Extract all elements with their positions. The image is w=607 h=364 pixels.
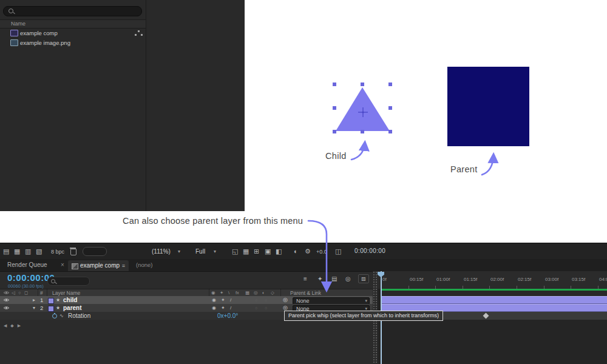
tab-label: example comp <box>80 260 120 272</box>
new-comp-icon[interactable]: ▧ <box>36 247 42 255</box>
panel-menu-icon[interactable]: ≡ <box>122 260 125 271</box>
layer-bar-child[interactable] <box>381 296 607 304</box>
tab-example-comp[interactable]: example comp ≡ <box>68 260 129 271</box>
time-ruler[interactable]: 0f 00:15f 01:00f 01:15f 02:00f 02:15f 03… <box>378 271 607 289</box>
snapshot-icon[interactable]: ◫ <box>335 247 341 255</box>
project-search-input[interactable] <box>3 6 142 16</box>
child-triangle-layer[interactable] <box>328 79 401 136</box>
image-file-icon <box>10 39 18 46</box>
motion-blur-switch[interactable]: ○ <box>255 296 257 304</box>
layer-number: 1 <box>40 296 43 304</box>
preview-none-label: (none) <box>136 259 152 271</box>
parent-label: Parent <box>450 164 478 174</box>
delete-icon[interactable] <box>70 249 76 255</box>
toggle-switches-button[interactable]: ▨ <box>358 274 369 283</box>
shy-switch[interactable]: ◉ <box>212 304 216 312</box>
selection-handle[interactable] <box>333 83 336 86</box>
annotation-text: Can also choose parent layer from this m… <box>123 216 303 226</box>
grid-guides-icon[interactable]: ⊞ <box>254 247 259 255</box>
selection-handle[interactable] <box>361 83 364 86</box>
project-item-label: example image.png <box>20 39 70 46</box>
label-color-swatch[interactable] <box>48 306 54 312</box>
selection-handle[interactable] <box>333 106 336 110</box>
selection-handle[interactable] <box>333 130 336 133</box>
search-icon <box>51 279 55 283</box>
selection-handle[interactable] <box>361 130 364 133</box>
shy-switch[interactable]: ◉ <box>212 296 216 304</box>
track-area-empty <box>378 320 607 364</box>
toolbar-meter <box>83 247 107 256</box>
frame-blend-icon[interactable]: ✦ <box>317 275 322 282</box>
threed-switch[interactable]: ○ <box>265 296 267 304</box>
shy-toggle-icon[interactable]: ≡ <box>304 275 307 282</box>
pick-whip-tooltip: Parent pick whip (select layer from whic… <box>284 311 443 321</box>
parent-dropdown[interactable]: None ▾ <box>293 297 370 305</box>
eye-icon[interactable] <box>3 306 10 310</box>
eye-icon[interactable] <box>3 298 10 302</box>
parent-dropdown-value: None <box>296 298 310 304</box>
quality-switch[interactable]: / <box>230 304 231 312</box>
transparency-grid-icon[interactable]: ▦ <box>243 247 249 255</box>
project-list-header: Name <box>0 19 146 29</box>
shape-layer-icon: ★ <box>56 304 60 312</box>
after-effects-window: Name example comp example image.png Chil… <box>0 0 607 364</box>
toolbar-timecode[interactable]: 0:00:00:00 <box>354 248 385 254</box>
collapse-switch[interactable]: ✦ <box>221 304 225 312</box>
resolution-select[interactable]: Full <box>195 248 205 255</box>
selection-handle[interactable] <box>388 106 392 110</box>
composition-icon <box>72 263 78 269</box>
motion-blur-icon[interactable]: ▤ <box>331 275 337 282</box>
ruler-label: 01:15f <box>464 277 477 282</box>
composition-icon <box>10 30 18 36</box>
stopwatch-icon[interactable] <box>52 314 57 318</box>
quality-switch[interactable]: / <box>230 296 231 304</box>
layer-name[interactable]: parent <box>63 304 82 312</box>
selection-handle[interactable] <box>388 83 392 86</box>
label-color-swatch[interactable] <box>48 298 54 304</box>
project-item-label: example comp <box>20 30 58 36</box>
expand-arrow-icon[interactable]: ▸ <box>33 296 35 304</box>
search-icon <box>8 8 13 13</box>
tab-render-queue[interactable]: Render Queue <box>7 259 47 271</box>
graph-editor-icon[interactable]: ◎ <box>345 275 351 282</box>
channels-icon[interactable]: ◐ <box>294 247 298 255</box>
close-icon[interactable]: × <box>61 259 64 271</box>
mask-visibility-icon[interactable]: ▣ <box>265 247 271 255</box>
parent-arrow <box>482 155 493 175</box>
workspace-icon[interactable]: ▤ <box>3 247 9 255</box>
motion-blur-switch[interactable]: ○ <box>255 304 257 312</box>
rotation-value[interactable]: 0x+0.0° <box>217 312 238 320</box>
timeline-search-input[interactable] <box>47 277 90 286</box>
magnification-select[interactable]: (111%) <box>152 248 171 255</box>
parent-square-layer[interactable] <box>447 67 529 146</box>
collapse-switch[interactable]: ✦ <box>221 296 225 304</box>
ruler-label: 01:00f <box>436 277 450 282</box>
lower-toolbar: ▤ ▦ ▥ ▧ 8 bpc (111%) ▾ Full ▾ ◱ ▦ ⊞ ▣ ◧ … <box>0 243 607 260</box>
ruler-label: 02:15f <box>518 277 531 282</box>
view-layout-icon[interactable]: ◧ <box>276 247 282 255</box>
folder-icon[interactable]: ▥ <box>25 247 31 255</box>
chevron-down-icon: ▾ <box>214 249 216 254</box>
keyframe-navigator[interactable]: ◀ ◆ ▶ <box>4 323 22 328</box>
layer-number: 2 <box>40 304 43 312</box>
expand-arrow-icon[interactable]: ▾ <box>33 304 35 312</box>
ruler-label: 04:00f <box>599 277 607 282</box>
layer-name[interactable]: child <box>63 296 77 304</box>
threed-switch[interactable]: ○ <box>265 304 267 312</box>
child-arrow <box>351 143 365 160</box>
comp-usage-icon <box>138 30 140 32</box>
bit-depth-button[interactable]: 8 bpc <box>51 249 64 255</box>
selection-handle[interactable] <box>388 130 392 133</box>
project-item-comp[interactable]: example comp <box>0 29 146 38</box>
cache-indicator <box>381 289 607 291</box>
exposure-value[interactable]: +0.0 <box>316 249 327 255</box>
ruler-label: 03:00f <box>545 277 558 282</box>
pick-whip-icon[interactable]: ◎ <box>283 296 288 304</box>
eye-icon <box>3 291 10 295</box>
layer-row-child[interactable]: ▸ 1 ★ child ◉ ✦ / ○ ○ ◎ None ▾ <box>0 296 373 304</box>
gear-icon[interactable]: ⚙ <box>305 247 311 255</box>
property-name: Rotation <box>68 312 90 320</box>
footage-icon[interactable]: ▦ <box>14 247 20 255</box>
project-item-image[interactable]: example image.png <box>0 38 146 47</box>
roi-icon[interactable]: ◱ <box>232 247 238 255</box>
